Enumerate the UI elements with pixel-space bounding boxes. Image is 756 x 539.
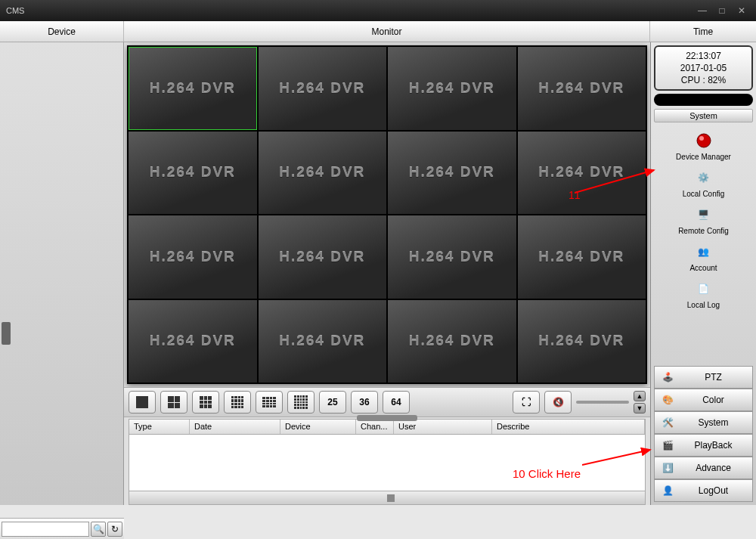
log-header: Type Date Device Chan... User Describe	[129, 420, 645, 435]
local-log-button[interactable]: 📄 Local Log	[687, 278, 720, 309]
layout-25-button[interactable]: 25	[319, 391, 346, 414]
page-down-button[interactable]: ▼	[634, 403, 646, 414]
tab-color[interactable]: 🎨Color	[654, 389, 753, 411]
camera-cell[interactable]: H.264 DVR	[259, 47, 387, 130]
mute-button[interactable]: 🔇	[544, 391, 572, 414]
camera-cell[interactable]: H.264 DVR	[518, 132, 646, 215]
speaker-mute-icon: 🔇	[553, 397, 564, 407]
right-panel: 22:13:07 2017-01-05 CPU : 82% System Dev…	[650, 42, 756, 505]
camera-cell[interactable]: H.264 DVR	[388, 132, 516, 215]
minimize-button[interactable]: —	[694, 5, 711, 17]
camera-grid: H.264 DVR H.264 DVR H.264 DVR H.264 DVR …	[127, 45, 647, 384]
account-button[interactable]: 👥 Account	[689, 241, 717, 272]
logout-icon: 👤	[661, 484, 674, 497]
search-button[interactable]: 🔍	[91, 522, 106, 537]
title-bar: CMS — □ ✕	[0, 0, 756, 21]
col-user[interactable]: User	[394, 420, 492, 434]
tab-playback[interactable]: 🎬PlayBack	[654, 434, 753, 457]
center-panel: H.264 DVR H.264 DVR H.264 DVR H.264 DVR …	[124, 42, 650, 505]
remote-config-button[interactable]: 🖥️ Remote Config	[678, 204, 729, 235]
clock-date: 2017-01-05	[680, 63, 727, 73]
layout-25-grid-button[interactable]	[287, 391, 314, 414]
camera-cell[interactable]: H.264 DVR	[388, 215, 516, 299]
tab-ptz[interactable]: 🕹️PTZ	[654, 366, 753, 389]
clock-widget: 22:13:07 2017-01-05 CPU : 82%	[654, 45, 753, 91]
refresh-icon: ↻	[111, 524, 119, 534]
layout-64-button[interactable]: 64	[383, 391, 410, 414]
gear-icon: ⚙️	[692, 167, 715, 188]
system-icon: 🛠️	[661, 416, 674, 429]
right-tabs: 🕹️PTZ 🎨Color 🛠️System 🎬PlayBack ⬇️Advanc…	[654, 366, 753, 502]
tab-system[interactable]: 🛠️System	[654, 411, 753, 434]
search-bar: 🔍 ↻	[0, 518, 124, 539]
refresh-button[interactable]: ↻	[107, 522, 122, 537]
playback-icon: 🎬	[661, 438, 674, 452]
col-date[interactable]: Date	[190, 420, 280, 434]
device-manager-button[interactable]: Device Manager	[676, 130, 731, 161]
nav-device[interactable]: Device	[0, 21, 124, 42]
local-config-button[interactable]: ⚙️ Local Config	[683, 167, 725, 198]
col-channel[interactable]: Chan...	[356, 420, 394, 434]
camera-cell[interactable]: H.264 DVR	[129, 132, 257, 215]
remote-icon: 🖥️	[692, 204, 714, 225]
camera-cell[interactable]: H.264 DVR	[518, 47, 646, 130]
clock-cpu: CPU : 82%	[681, 75, 726, 85]
camera-cell[interactable]: H.264 DVR	[129, 300, 257, 383]
system-panel-title: System	[654, 109, 753, 122]
camera-cell[interactable]: H.264 DVR	[129, 47, 257, 130]
layout-toolbar: 25 36 64 ⛶ 🔇 ▲ ▼	[124, 387, 650, 417]
page-up-button[interactable]: ▲	[634, 391, 646, 401]
camera-cell[interactable]: H.264 DVR	[259, 300, 387, 383]
camera-cell[interactable]: H.264 DVR	[388, 47, 516, 130]
document-icon: 📄	[692, 278, 715, 299]
log-panel: Type Date Device Chan... User Describe	[129, 419, 646, 505]
tab-logout[interactable]: 👤LogOut	[654, 479, 753, 502]
layout-wide-button[interactable]	[256, 391, 283, 414]
camera-cell[interactable]: H.264 DVR	[518, 215, 646, 299]
fullscreen-button[interactable]: ⛶	[513, 391, 540, 414]
volume-slider[interactable]	[576, 401, 629, 404]
device-tree-panel	[0, 42, 124, 505]
status-bar	[654, 94, 753, 106]
record-icon	[692, 130, 715, 151]
camera-cell[interactable]: H.264 DVR	[259, 215, 387, 299]
close-button[interactable]: ✕	[733, 5, 750, 17]
log-scrollbar[interactable]	[129, 491, 645, 504]
col-describe[interactable]: Describe	[492, 420, 645, 434]
search-input[interactable]	[2, 522, 89, 537]
clock-time: 22:13:07	[686, 51, 721, 61]
svg-point-0	[697, 134, 711, 147]
layout-16-button[interactable]	[224, 391, 251, 414]
camera-cell[interactable]: H.264 DVR	[129, 215, 257, 299]
svg-point-1	[699, 136, 704, 141]
layout-4-button[interactable]	[160, 391, 187, 414]
nav-monitor[interactable]: Monitor	[124, 21, 650, 42]
nav-time[interactable]: Time	[650, 21, 756, 42]
maximize-button[interactable]: □	[714, 5, 730, 17]
system-items: Device Manager ⚙️ Local Config 🖥️ Remote…	[654, 125, 753, 363]
user-icon: 👥	[692, 241, 714, 262]
panel-collapse-handle[interactable]	[2, 322, 11, 345]
layout-36-button[interactable]: 36	[351, 391, 378, 414]
col-type[interactable]: Type	[129, 420, 190, 434]
col-device[interactable]: Device	[280, 420, 356, 434]
split-handle[interactable]	[357, 415, 417, 421]
ptz-icon: 🕹️	[661, 370, 674, 384]
search-icon: 🔍	[93, 524, 104, 534]
layout-9-button[interactable]	[192, 391, 219, 414]
main-row: H.264 DVR H.264 DVR H.264 DVR H.264 DVR …	[0, 42, 756, 505]
color-icon: 🎨	[661, 393, 674, 407]
advance-icon: ⬇️	[661, 461, 674, 475]
tab-advance[interactable]: ⬇️Advance	[654, 457, 753, 479]
layout-1-button[interactable]	[129, 391, 156, 414]
app-title: CMS	[6, 6, 691, 15]
top-nav: Device Monitor Time	[0, 21, 756, 42]
camera-cell[interactable]: H.264 DVR	[388, 300, 516, 383]
camera-cell[interactable]: H.264 DVR	[259, 132, 387, 215]
camera-cell[interactable]: H.264 DVR	[518, 300, 646, 383]
